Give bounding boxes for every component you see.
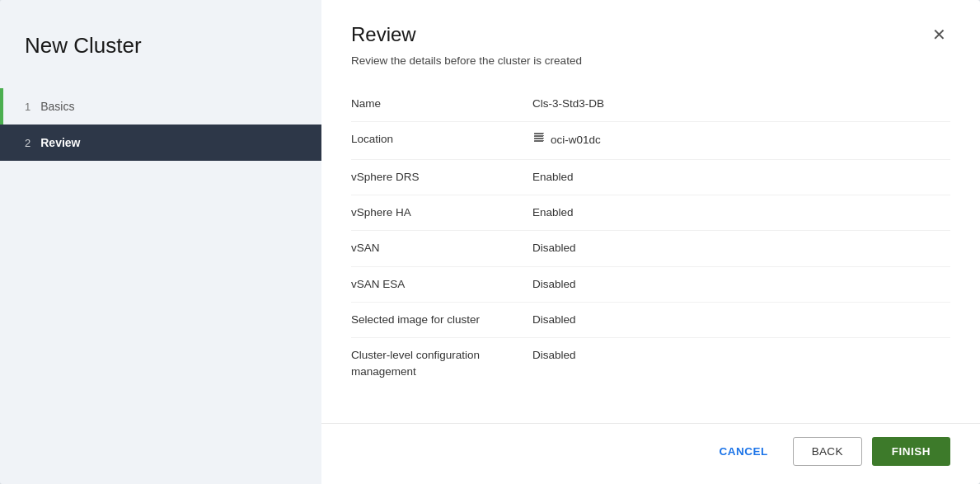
review-row: NameCls-3-Std3-DB: [351, 87, 950, 122]
review-value-text: Disabled: [532, 276, 576, 293]
panel-header: Review ✕: [321, 0, 980, 46]
review-row: Location oci-w01dc: [351, 122, 950, 160]
review-value-text: Disabled: [532, 312, 576, 328]
svg-rect-3: [534, 140, 544, 142]
review-value-text: Cls-3-Std3-DB: [532, 96, 604, 112]
svg-rect-4: [543, 134, 545, 134]
review-row: Cluster-level configuration managementDi…: [351, 338, 950, 390]
review-label: Name: [351, 96, 532, 112]
review-label: vSAN ESA: [351, 276, 532, 293]
review-value-text: Enabled: [532, 169, 574, 186]
panel-subtitle: Review the details before the cluster is…: [321, 46, 980, 87]
review-label: Location: [351, 131, 532, 148]
review-label: Cluster-level configuration management: [351, 347, 532, 381]
step-label-review: Review: [40, 136, 80, 149]
review-label: vSphere DRS: [351, 169, 532, 186]
sidebar-item-review[interactable]: 2 Review: [0, 125, 321, 161]
step-number-review: 2: [25, 137, 30, 149]
sidebar-title: New Cluster: [0, 33, 321, 88]
review-row: vSphere DRSEnabled: [351, 160, 950, 195]
review-value: Enabled: [532, 169, 574, 186]
review-value: Disabled: [532, 312, 576, 328]
review-value-text: oci-w01dc: [551, 132, 601, 148]
review-value-text: Enabled: [532, 204, 574, 221]
review-value: Disabled: [532, 240, 576, 256]
review-value: Cls-3-Std3-DB: [532, 96, 604, 112]
svg-rect-2: [534, 138, 544, 139]
review-value: Disabled: [532, 347, 576, 364]
svg-rect-5: [543, 136, 545, 137]
svg-rect-1: [534, 135, 544, 137]
svg-rect-7: [543, 141, 545, 142]
review-row: vSANDisabled: [351, 231, 950, 266]
review-label: Selected image for cluster: [351, 312, 532, 328]
cancel-button[interactable]: CANCEL: [705, 437, 783, 466]
datacenter-icon: [532, 131, 546, 150]
review-value: Enabled: [532, 204, 574, 221]
sidebar-item-basics[interactable]: 1 Basics: [0, 88, 321, 125]
panel-footer: CANCEL BACK FINISH: [321, 423, 980, 484]
step-number-basics: 1: [25, 101, 30, 113]
review-row: Selected image for clusterDisabled: [351, 303, 950, 338]
finish-button[interactable]: FINISH: [872, 437, 950, 466]
review-value: Disabled: [532, 276, 576, 293]
review-value-text: Disabled: [532, 347, 576, 364]
review-label: vSphere HA: [351, 204, 532, 221]
review-value-text: Disabled: [532, 240, 576, 256]
back-button[interactable]: BACK: [793, 437, 862, 466]
review-value: oci-w01dc: [532, 131, 601, 150]
svg-rect-0: [534, 133, 544, 134]
step-label-basics: Basics: [40, 100, 74, 113]
panel-title: Review: [351, 23, 416, 46]
review-label: vSAN: [351, 240, 532, 256]
svg-rect-6: [543, 139, 545, 139]
review-table: NameCls-3-Std3-DBLocation oci-w01dcvSphe…: [321, 87, 980, 423]
sidebar: New Cluster 1 Basics 2 Review: [0, 0, 321, 484]
review-row: vSphere HAEnabled: [351, 195, 950, 231]
main-panel: Review ✕ Review the details before the c…: [321, 0, 980, 484]
modal-wrapper: New Cluster 1 Basics 2 Review Review ✕ R…: [0, 0, 980, 484]
review-row: vSAN ESADisabled: [351, 267, 950, 303]
close-button[interactable]: ✕: [927, 23, 950, 46]
